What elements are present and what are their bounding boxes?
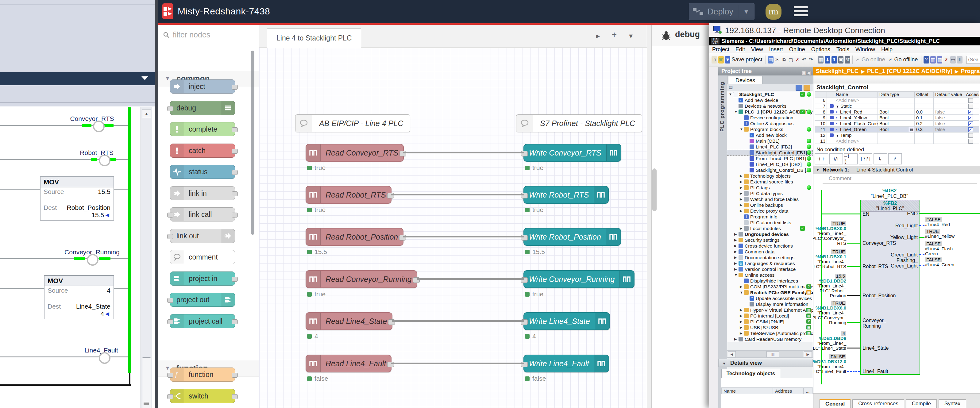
col-accessible[interactable]: Accessible bbox=[964, 91, 979, 97]
accessible-checkbox[interactable] bbox=[968, 139, 973, 144]
inspector-tab-general[interactable]: General bbox=[819, 399, 851, 408]
avatar[interactable]: rm bbox=[765, 4, 781, 20]
cell-default[interactable]: false bbox=[934, 109, 964, 115]
cell-default[interactable]: false bbox=[934, 121, 964, 126]
output-port[interactable] bbox=[232, 149, 238, 154]
inspector-tab-compile[interactable]: Compile bbox=[906, 399, 937, 408]
save-project-icon[interactable]: ▼ bbox=[725, 56, 730, 64]
tree-collapsed-icon[interactable]: ▶ bbox=[740, 202, 742, 208]
palette-node-project-call[interactable]: project call bbox=[170, 314, 235, 328]
cell-datatype[interactable]: Bool bbox=[878, 115, 915, 121]
comment-node[interactable]: AB EIP/CIP - Line 4 PLC bbox=[295, 114, 410, 132]
network-header[interactable]: ▼ Network 1: Line 4 Stacklight Control bbox=[813, 166, 980, 174]
tree-item[interactable]: ▶Hyper-V Virtual Ethernet Adapter▦ bbox=[727, 307, 813, 313]
accessible-checkbox[interactable] bbox=[968, 133, 973, 138]
cell-datatype[interactable]: Bool bbox=[878, 121, 915, 126]
tree-item[interactable]: ▶◍Languages & resources bbox=[727, 260, 813, 266]
cell-datatype[interactable] bbox=[878, 103, 915, 109]
cell-offset[interactable] bbox=[915, 138, 934, 144]
tree-collapsed-icon[interactable]: ▶ bbox=[740, 284, 742, 290]
tab-devices[interactable]: Devices bbox=[728, 76, 762, 84]
table-row[interactable]: 10▪ Line4_Flash_GreenBool0.2false bbox=[815, 121, 979, 126]
tree-item[interactable]: ▶Version control interface bbox=[727, 266, 813, 272]
cell-offset[interactable] bbox=[915, 103, 934, 109]
tree-item[interactable]: ▶Documentation settings bbox=[727, 255, 813, 260]
undo-icon[interactable]: ↶ bbox=[802, 56, 807, 64]
tree-collapsed-icon[interactable]: ▶ bbox=[740, 319, 742, 325]
cell-offset[interactable] bbox=[915, 132, 934, 138]
read-node[interactable]: Read Conveyor_RTS bbox=[305, 144, 404, 162]
input-port[interactable] bbox=[167, 106, 173, 111]
accessible-checkbox[interactable] bbox=[968, 98, 973, 103]
tree-expanded-icon[interactable]: ▼ bbox=[740, 290, 743, 295]
palette-node-project-in[interactable]: project in bbox=[170, 271, 235, 286]
input-port[interactable] bbox=[167, 373, 173, 378]
output-operand[interactable]: TRUE#Line4_Yellow bbox=[925, 229, 955, 239]
palette-node-complete[interactable]: complete bbox=[170, 122, 235, 136]
palette-search[interactable]: filter nodes bbox=[158, 25, 259, 46]
table-row[interactable]: 12▼ Temp bbox=[815, 132, 979, 138]
tree-collapsed-icon[interactable]: ▶ bbox=[740, 179, 742, 185]
tree-expanded-icon[interactable]: ▼ bbox=[734, 272, 738, 278]
empty-box-icon[interactable]: [??] bbox=[859, 153, 872, 164]
tree-item[interactable]: ▶PLC data types bbox=[727, 191, 813, 196]
tree-item[interactable]: ▶PC internal [Local]▦ bbox=[727, 313, 813, 319]
tree-item[interactable]: ✦Add new block bbox=[727, 132, 813, 138]
cell-default[interactable]: false bbox=[934, 126, 964, 132]
write-node[interactable]: Write Conveyor_Running bbox=[523, 270, 635, 288]
flow-canvas[interactable]: AB EIP/CIP - Line 4 PLCS7 Profinet - Sta… bbox=[259, 48, 648, 408]
input-operand[interactable]: 15.5%DB1.DBD2"From_Line4_PLC".Robot_Posi… bbox=[813, 274, 846, 298]
tree-collapsed-icon[interactable]: ▶ bbox=[734, 266, 737, 272]
output-port[interactable] bbox=[232, 373, 238, 378]
palette-node-project-out[interactable]: project out bbox=[170, 293, 235, 307]
tree-collapsed-icon[interactable]: ▶ bbox=[734, 336, 737, 342]
tree-item[interactable]: Stacklight_Control [FB1] bbox=[727, 150, 813, 156]
col-name[interactable]: Name bbox=[834, 91, 878, 97]
palette-node-status[interactable]: status bbox=[170, 165, 235, 179]
deploy-button[interactable]: Deploy ▼ bbox=[689, 3, 754, 20]
tag-label[interactable]: Robot_RTS bbox=[80, 149, 113, 156]
scroll-left-icon[interactable]: ◀ bbox=[728, 351, 736, 357]
cut-icon[interactable]: ✂ bbox=[775, 56, 780, 64]
inspector-tab-cross-references[interactable]: Cross-references bbox=[852, 399, 904, 408]
accessible-checkbox[interactable] bbox=[968, 127, 973, 132]
output-port[interactable] bbox=[232, 127, 238, 132]
tree-collapsed-icon[interactable]: ▶ bbox=[734, 243, 737, 249]
input-port[interactable] bbox=[167, 319, 173, 324]
col-datatype[interactable]: Data type bbox=[878, 91, 915, 97]
ladder-scrollbar[interactable]: ▲ bbox=[140, 107, 152, 408]
cell-datatype[interactable] bbox=[878, 97, 915, 103]
tia-title-bar[interactable]: TIAV17 Siemens - C:\Users\richard\Docume… bbox=[709, 37, 980, 45]
tag-label[interactable]: Conveyor_RTS bbox=[70, 115, 114, 122]
input-operand[interactable]: TRUE%DB1.DBX0.1"From_Line4_PLC".Robot_RT… bbox=[813, 249, 846, 269]
flow-tab[interactable]: Line 4 to Stacklight PLC bbox=[267, 28, 361, 48]
cell-datatype[interactable]: Bool ▤ bbox=[878, 126, 915, 132]
menu-tools[interactable]: Tools bbox=[833, 45, 852, 54]
cell-offset[interactable]: 0.3 bbox=[915, 126, 934, 132]
table-row[interactable]: 13<Add new> bbox=[815, 138, 979, 144]
cell-offset[interactable] bbox=[915, 97, 934, 103]
tree-collapsed-icon[interactable]: ▶ bbox=[740, 330, 742, 336]
print-icon[interactable]: ▤ bbox=[768, 56, 773, 64]
tree-item[interactable]: ▼Online access bbox=[727, 272, 813, 278]
cell-name[interactable]: <Add new> bbox=[834, 138, 878, 144]
cell-name[interactable]: ▪ Line4_Green bbox=[834, 126, 878, 132]
palette-node-debug[interactable]: debug bbox=[170, 101, 235, 115]
tree-item[interactable]: ▶PLC tags bbox=[727, 185, 813, 191]
scroll-right-icon[interactable]: ▶ bbox=[804, 351, 812, 357]
cell-accessible[interactable] bbox=[964, 115, 979, 121]
scroll-up-icon[interactable]: ▲ bbox=[142, 109, 151, 118]
col-default[interactable]: Default value bbox=[934, 91, 964, 97]
cell-default[interactable]: false bbox=[934, 115, 964, 121]
accessible-checkbox[interactable] bbox=[968, 104, 973, 109]
menu-edit[interactable]: Edit bbox=[732, 45, 748, 54]
tree-collapsed-icon[interactable]: ▶ bbox=[740, 307, 742, 313]
compile-icon[interactable]: ▦ bbox=[818, 56, 824, 64]
tree-item[interactable]: From_Line4_PLC [DB1] bbox=[727, 156, 813, 161]
details-column-1[interactable]: Address bbox=[773, 387, 803, 394]
split1-icon[interactable]: ▭ bbox=[950, 56, 956, 64]
tree-item[interactable]: ▶Security settings bbox=[727, 237, 813, 243]
tree-expanded-icon[interactable]: ▼ bbox=[729, 91, 732, 97]
tree-item[interactable]: ▼PLC_1 [CPU 1212C AC/DC/Rly]✓ bbox=[727, 109, 813, 115]
tree-filter-icon[interactable]: ▤ bbox=[729, 85, 733, 90]
